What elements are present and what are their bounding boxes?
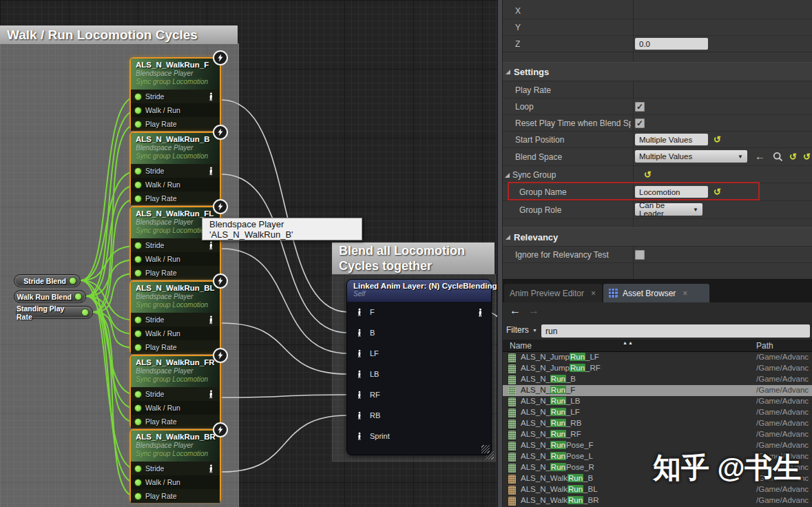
output-pose-pin[interactable] — [207, 464, 216, 474]
asset-row-ALS_N_Run_RF[interactable]: ALS_N_Run_RF/Game/Advanc — [503, 429, 812, 440]
blend-space-reset-icon-2[interactable]: ↺ — [803, 152, 811, 161]
input-pin[interactable] — [135, 331, 141, 337]
linked-input-pin-row[interactable]: F — [347, 302, 491, 322]
reset-play-checkbox[interactable]: ✓ — [635, 118, 645, 128]
loop-checkbox[interactable]: ✓ — [635, 102, 645, 112]
input-pin[interactable] — [135, 182, 141, 188]
linked-input-pin-row[interactable]: LB — [347, 364, 491, 384]
node-header[interactable]: ALS_N_WalkRun_FR Blendspace Player Sync … — [131, 356, 220, 387]
blend-space-dropdown[interactable]: Multiple Values ▼ — [635, 150, 747, 163]
anim-graph-canvas[interactable]: Walk / Run Locomotion Cycles Blend all L… — [0, 0, 497, 507]
asset-row-ALS_N_Run_LB[interactable]: ALS_N_Run_LB/Game/Advanc — [503, 396, 812, 407]
input-pin-row[interactable]: Walk / Run — [131, 103, 220, 117]
input-pin-row[interactable]: Stride — [131, 387, 220, 401]
input-pin[interactable] — [135, 317, 141, 323]
linked-input-pin-row[interactable]: Sprint — [347, 426, 491, 446]
output-pose-pin[interactable] — [207, 240, 216, 251]
input-pin[interactable] — [135, 405, 141, 411]
input-pin-row[interactable]: Walk / Run — [131, 327, 220, 340]
blendspace-player-node[interactable]: ALS_N_WalkRun_BL Blendspace Player Sync … — [129, 280, 221, 354]
settings-expander-icon[interactable] — [506, 70, 510, 74]
pose-pin-person-icon[interactable] — [355, 390, 364, 400]
input-pin-row[interactable]: Play Rate — [131, 415, 220, 428]
pose-pin-person-icon[interactable] — [355, 349, 364, 359]
filters-chevron-down-icon[interactable]: ▼ — [532, 328, 537, 333]
asset-row-ALS_N_Run_RB[interactable]: ALS_N_Run_RB/Game/Advanc — [503, 418, 812, 429]
use-selected-arrow-icon[interactable]: ← — [755, 150, 765, 162]
asset-row-ALS_N_JumpRun_LF[interactable]: ALS_N_JumpRun_LF/Game/Advanc — [503, 352, 812, 363]
input-pin-row[interactable]: Stride — [131, 90, 220, 103]
relevancy-header[interactable]: Relevancy — [503, 227, 812, 247]
tab-anim-preview-editor[interactable]: Anim Preview Editor × — [504, 284, 602, 302]
start-position-field[interactable]: Multiple Values — [635, 134, 708, 145]
input-pin[interactable] — [135, 479, 141, 486]
node-header[interactable]: ALS_N_WalkRun_BR Blendspace Player Sync … — [131, 431, 220, 462]
input-pin[interactable] — [135, 270, 141, 276]
linked-input-pin-row[interactable]: B — [347, 322, 491, 343]
input-pin[interactable] — [135, 256, 141, 262]
tab-asset-browser[interactable]: Asset Browser × — [603, 284, 709, 302]
linked-node-header[interactable]: Linked Anim Layer: (N) CycleBlending Sel… — [347, 280, 491, 302]
input-pin-row[interactable]: Play Rate — [131, 489, 220, 503]
input-pin-row[interactable]: Stride — [131, 313, 220, 327]
asset-row-ALS_N_Run_LF[interactable]: ALS_N_Run_LF/Game/Advanc — [503, 407, 812, 418]
input-pin[interactable] — [135, 121, 141, 127]
output-pose-pin[interactable] — [207, 389, 216, 400]
pose-pin-person-icon[interactable] — [355, 431, 364, 442]
input-pin-row[interactable]: Stride — [131, 238, 220, 252]
relevancy-expander-icon[interactable] — [506, 235, 510, 240]
column-name[interactable]: Name — [510, 341, 532, 351]
forward-arrow-icon[interactable]: → — [528, 304, 539, 317]
linked-output-pose-pin[interactable] — [476, 307, 485, 318]
input-pin-row[interactable]: Walk / Run — [131, 252, 220, 266]
output-pin[interactable] — [75, 293, 81, 300]
input-pin[interactable] — [135, 493, 141, 499]
asset-row-ALS_N_Run_F[interactable]: ALS_N_Run_F/Game/Advanc — [503, 385, 812, 396]
blendspace-player-node[interactable]: ALS_N_WalkRun_F Blendspace Player Sync g… — [129, 57, 221, 131]
input-pin-row[interactable]: Play Rate — [131, 117, 220, 131]
asset-row-ALS_N_WalkRun_BR[interactable]: ALS_N_WalkRun_BR/Game/Advanc — [503, 495, 812, 506]
output-pin[interactable] — [70, 278, 76, 284]
input-pin[interactable] — [135, 419, 141, 425]
blendspace-player-node[interactable]: ALS_N_WalkRun_FR Blendspace Player Sync … — [129, 355, 221, 428]
input-pin[interactable] — [135, 168, 141, 174]
sync-group-reset-icon[interactable]: ↺ — [644, 170, 652, 179]
input-pin[interactable] — [135, 242, 141, 249]
pose-pin-person-icon[interactable] — [355, 307, 364, 318]
panel-splitter[interactable] — [497, 0, 503, 507]
close-icon[interactable]: × — [591, 289, 596, 298]
linked-input-pin-row[interactable]: LF — [347, 343, 491, 364]
input-pin[interactable] — [135, 344, 141, 351]
pose-pin-person-icon[interactable] — [355, 328, 364, 338]
asset-search-input[interactable]: run — [541, 324, 810, 338]
column-path[interactable]: Path — [756, 341, 773, 351]
input-pin-row[interactable]: Play Rate — [131, 340, 220, 354]
variable-pill-walk-run-blend[interactable]: Walk Run Blend — [14, 290, 86, 303]
input-pin[interactable] — [135, 466, 141, 472]
input-pin[interactable] — [135, 391, 141, 397]
output-pose-pin[interactable] — [207, 315, 216, 325]
z-value-field[interactable]: 0.0 — [635, 38, 708, 50]
linked-node-resize-grip[interactable] — [481, 445, 490, 453]
browse-magnifier-icon[interactable] — [773, 152, 783, 162]
input-pin[interactable] — [135, 196, 141, 202]
back-arrow-icon[interactable]: ← — [510, 304, 521, 317]
output-pin[interactable] — [82, 309, 88, 315]
input-pin-row[interactable]: Play Rate — [131, 192, 220, 205]
input-pin-row[interactable]: Stride — [131, 462, 220, 475]
output-pose-pin[interactable] — [207, 92, 216, 102]
filters-button[interactable]: Filters — [506, 325, 529, 335]
input-pin-row[interactable]: Play Rate — [131, 266, 220, 280]
linked-input-pin-row[interactable]: RF — [347, 384, 491, 405]
input-pin-row[interactable]: Walk / Run — [131, 178, 220, 192]
settings-header[interactable]: Settings — [503, 62, 812, 81]
input-pin-row[interactable]: Walk / Run — [131, 401, 220, 415]
node-header[interactable]: ALS_N_WalkRun_B Blendspace Player Sync g… — [131, 133, 220, 164]
start-position-reset-icon[interactable]: ↺ — [714, 135, 721, 144]
variable-pill-standing-play-rate[interactable]: Standing Play Rate — [16, 306, 93, 319]
input-pin-row[interactable]: Stride — [131, 164, 220, 178]
blend-space-reset-icon[interactable]: ↺ — [789, 152, 797, 161]
close-icon[interactable]: × — [683, 289, 687, 298]
sync-group-expander-icon[interactable] — [505, 173, 510, 178]
sort-ascending-icon[interactable]: ▲▲ — [623, 340, 634, 345]
